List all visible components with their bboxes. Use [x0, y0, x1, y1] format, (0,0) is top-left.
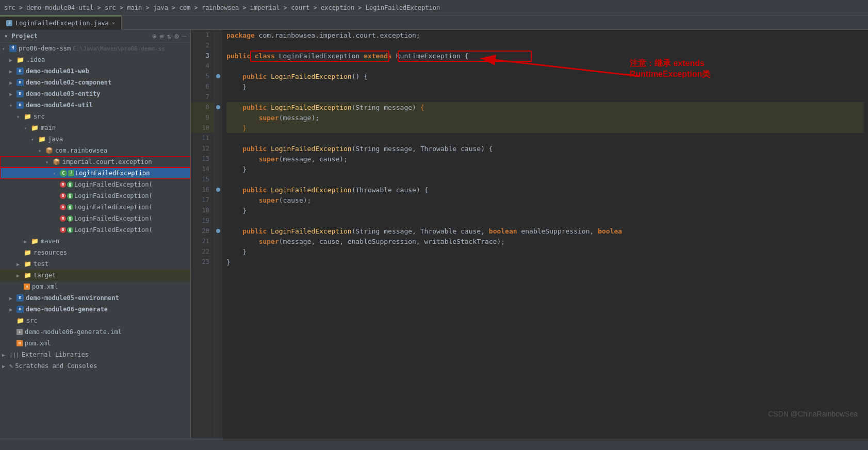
tree-item-extlibs[interactable]: ▶ ||| External Libraries: [0, 349, 190, 360]
code-line-22: }: [226, 246, 864, 257]
module-icon: m: [17, 306, 24, 313]
tree-item-label: External Libraries: [22, 351, 89, 358]
tree-arrow: ▾: [9, 103, 17, 108]
gutter-14: [214, 164, 222, 174]
gutter-16[interactable]: [214, 185, 222, 195]
tree-arrow: ▾: [24, 125, 31, 131]
sync-icon[interactable]: ⊕: [152, 32, 156, 40]
module-icon: m: [17, 68, 24, 75]
tree-item-exception-package[interactable]: ▾ 📦 imperial.court.exception: [0, 156, 190, 168]
line-num-12: 12: [191, 143, 214, 154]
code-editor[interactable]: 1 2 3 4 5 6 7 8 9 10 11 12 13 14 15 16 1…: [191, 30, 868, 439]
main-content: ▾ Project ⊕ ≡ ⇅ ⚙ — ▾ M pro06-demo-ssm E…: [0, 30, 868, 439]
gutter-8[interactable]: [214, 102, 222, 112]
tree-item[interactable]: ▾ m demo-module04-util: [0, 99, 190, 111]
code-line-23: }: [226, 257, 864, 267]
expand-icon[interactable]: ⇅: [167, 32, 171, 40]
module-icon: m: [17, 79, 24, 86]
collapse-icon[interactable]: ≡: [159, 32, 163, 40]
code-lines[interactable]: package com.rainbowsea.imperial.court.ex…: [222, 30, 868, 439]
folder-icon: 📁: [31, 124, 39, 131]
line-num-2: 2: [191, 40, 214, 51]
tree-item-src2[interactable]: 📁 src: [0, 315, 190, 326]
code-line-17: super(cause);: [226, 195, 864, 205]
green-icon: g: [67, 193, 73, 199]
code-area: 1 2 3 4 5 6 7 8 9 10 11 12 13 14 15 16 1…: [191, 30, 868, 439]
code-line-12: public LoginFailedException(String messa…: [226, 143, 864, 154]
settings-icon[interactable]: ⚙: [174, 32, 178, 40]
tree-item-label: LoginFailedException(: [74, 204, 153, 211]
green-icon: g: [67, 204, 73, 210]
line-num-21: 21: [191, 236, 214, 246]
tree-item-label: target: [34, 272, 56, 279]
line-num-23: 23: [191, 257, 214, 267]
folder-icon: 📁: [38, 136, 46, 143]
tree-item-label: LoginFailedException(: [74, 226, 153, 234]
gutter-15: [214, 174, 222, 185]
sidebar-title: ▾ Project: [4, 32, 38, 40]
java-file-icon: J: [6, 20, 12, 26]
tree-item-demo06[interactable]: ▶ m demo-module06-generate: [0, 304, 190, 315]
file-icon: J: [68, 170, 74, 176]
tree-item-demo05[interactable]: ▶ m demo-module05-environment: [0, 292, 190, 304]
tab-close-button[interactable]: ✕: [112, 20, 115, 26]
tree-item[interactable]: ▾ M pro06-demo-ssm E:\Java\Maven\pro06-d…: [0, 43, 190, 54]
tree-item-scratches[interactable]: ▶ ✎ Scratches and Consoles: [0, 360, 190, 372]
tree-item-label: imperial.court.exception: [62, 158, 152, 165]
tree-arrow: ▶: [2, 352, 9, 358]
pom-icon: m: [17, 340, 23, 346]
breadcrumb-bar: src > demo-module04-util > src > main > …: [0, 0, 868, 15]
sidebar-header-icons: ⊕ ≡ ⇅ ⚙ —: [152, 32, 186, 40]
tree-item-test[interactable]: ▶ 📁 test: [0, 258, 190, 270]
gutter-20[interactable]: [214, 226, 222, 236]
tree-item-label: src: [34, 113, 45, 120]
tree-item-method1[interactable]: m g LoginFailedException(: [0, 179, 190, 190]
line-num-6: 6: [191, 81, 214, 92]
class-icon: C: [60, 170, 67, 177]
tree-item[interactable]: ▶ m demo-module02-component: [0, 77, 190, 88]
tree-item-label: demo-module02-component: [26, 79, 111, 86]
tree-arrow: ▶: [9, 69, 17, 74]
tree-item[interactable]: ▶ 📁 .idea: [0, 54, 190, 65]
tree-item-loginFailedException-class[interactable]: ▾ C J LoginFailedException: [0, 168, 190, 179]
package-icon: 📦: [53, 158, 60, 165]
tree-item[interactable]: ▾ 📦 com.rainbowsea: [0, 145, 190, 156]
tree-item-method3[interactable]: m g LoginFailedException(: [0, 202, 190, 213]
tab-loginFailedException[interactable]: J LoginFailedException.java ✕: [0, 15, 122, 30]
code-line-15: [226, 174, 864, 185]
tree-item[interactable]: ▾ 📁 src: [0, 111, 190, 122]
gutter-5[interactable]: [214, 71, 222, 81]
tree-item-pom2[interactable]: m pom.xml: [0, 338, 190, 349]
tree-item-pom1[interactable]: m pom.xml: [0, 281, 190, 292]
tree-item[interactable]: ▾ 📁 java: [0, 134, 190, 145]
line-num-5: 5: [191, 71, 214, 81]
tree-item[interactable]: ▾ 📁 main: [0, 122, 190, 134]
sidebar-header: ▾ Project ⊕ ≡ ⇅ ⚙ —: [0, 30, 190, 43]
tree-item-iml[interactable]: i demo-module06-generate.iml: [0, 326, 190, 338]
line-num-14: 14: [191, 164, 214, 174]
gutter-21: [214, 236, 222, 246]
tree-item-resources[interactable]: 📁 resources: [0, 247, 190, 258]
line-num-15: 15: [191, 174, 214, 185]
tree-item[interactable]: ▶ m demo-module01-web: [0, 65, 190, 77]
line-num-18: 18: [191, 205, 214, 215]
gutter-18: [214, 205, 222, 215]
gutter-10: [214, 123, 222, 133]
tree-item-target[interactable]: ▶ 📁 target: [0, 270, 190, 281]
tree-item-label: demo-module06-generate: [26, 306, 108, 313]
tree-item-method4[interactable]: m g LoginFailedException(: [0, 213, 190, 224]
close-sidebar-icon[interactable]: —: [182, 32, 186, 40]
tree-item[interactable]: ▶ m demo-module03-entity: [0, 88, 190, 99]
tree-arrow: ▾: [31, 137, 38, 142]
gutter-2: [214, 40, 222, 51]
tree-item-method2[interactable]: m g LoginFailedException(: [0, 190, 190, 202]
tree-arrow: ▶: [9, 80, 17, 86]
tree-item-maven[interactable]: ▶ 📁 maven: [0, 236, 190, 247]
tree-item-label: Scratches and Consoles: [15, 362, 97, 370]
folder-icon: 📁: [24, 113, 31, 120]
gutter: [214, 30, 222, 439]
code-line-11: [226, 133, 864, 143]
tree-item-method5[interactable]: m g LoginFailedException(: [0, 224, 190, 236]
green-icon: g: [67, 181, 73, 188]
package-icon: 📦: [45, 147, 53, 154]
